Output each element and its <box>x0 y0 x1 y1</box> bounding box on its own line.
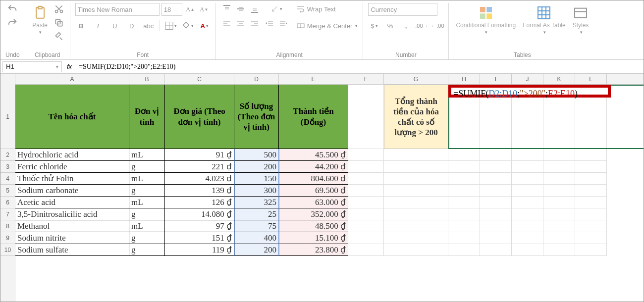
increase-font-button[interactable]: A▲ <box>184 3 196 15</box>
number-format-select[interactable] <box>368 3 437 16</box>
align-bottom-button[interactable] <box>249 3 261 15</box>
row-header[interactable]: 6 <box>0 197 15 208</box>
cell[interactable] <box>575 220 607 232</box>
conditional-formatting-button[interactable]: Conditional Formatting▾ <box>454 3 518 37</box>
styles-button[interactable]: Styles▾ <box>571 3 591 37</box>
comma-button[interactable]: , <box>400 20 412 32</box>
cell[interactable] <box>448 173 480 185</box>
cell[interactable]: mL <box>129 220 165 232</box>
cell[interactable] <box>384 220 448 232</box>
cell[interactable] <box>448 244 480 256</box>
cell[interactable]: 15.100 ₫ <box>279 232 348 244</box>
cell[interactable] <box>543 232 575 244</box>
strikethrough-button[interactable]: abc <box>143 20 155 32</box>
cell[interactable]: g <box>129 208 165 220</box>
name-box[interactable]: H1 ▾ <box>2 61 62 72</box>
cell[interactable] <box>512 232 543 244</box>
col-header[interactable]: G <box>384 74 448 84</box>
cell[interactable]: 400 <box>234 232 279 244</box>
cell[interactable]: g <box>129 185 165 197</box>
cell[interactable]: 25 <box>234 208 279 220</box>
cell[interactable]: 325 <box>234 197 279 208</box>
cell[interactable] <box>512 220 543 232</box>
row-header[interactable]: 1 <box>0 85 15 149</box>
row-header[interactable]: 4 <box>0 173 15 185</box>
align-top-button[interactable] <box>221 3 233 15</box>
col-header[interactable]: B <box>129 74 165 84</box>
cell[interactable] <box>348 220 384 232</box>
cell[interactable]: 3,5-Dinitrosalicilic acid <box>15 208 129 220</box>
cell[interactable] <box>384 149 448 161</box>
cell[interactable]: =SUMIF(D2:D10;">200";E2:E10) <box>448 85 480 149</box>
cell[interactable] <box>448 208 480 220</box>
cell[interactable] <box>348 85 384 149</box>
decrease-indent-button[interactable] <box>264 18 275 30</box>
cell[interactable]: 14.080 ₫ <box>165 208 234 220</box>
cell[interactable]: mL <box>129 173 165 185</box>
cell[interactable] <box>512 185 543 197</box>
col-header[interactable]: A <box>15 74 129 84</box>
cell[interactable] <box>348 197 384 208</box>
cell[interactable]: 48.500 ₫ <box>279 220 348 232</box>
cell[interactable] <box>348 173 384 185</box>
table-header[interactable]: Số lượng (Theo đơn vị tính) <box>234 85 279 149</box>
table-header[interactable]: Thành tiền (Đồng) <box>279 85 348 149</box>
wrap-text-button[interactable]: Wrap Text <box>296 3 336 15</box>
cell[interactable] <box>384 244 448 256</box>
cell[interactable] <box>480 208 512 220</box>
cell[interactable]: 23.800 ₫ <box>279 244 348 256</box>
cell[interactable] <box>384 161 448 173</box>
table-header[interactable]: Đơn giá (Theo đơn vị tính) <box>165 85 234 149</box>
cell[interactable] <box>543 161 575 173</box>
orientation-button[interactable]: ▾ <box>270 3 282 15</box>
row-header[interactable]: 9 <box>0 232 15 244</box>
cell[interactable] <box>348 208 384 220</box>
format-painter-button[interactable] <box>53 31 65 43</box>
cell[interactable] <box>448 232 480 244</box>
cell[interactable]: Sodium sulfate <box>15 244 129 256</box>
cell[interactable] <box>575 173 607 185</box>
cell[interactable] <box>575 149 607 161</box>
align-middle-button[interactable] <box>235 3 247 15</box>
cell[interactable]: 126 ₫ <box>165 197 234 208</box>
cell[interactable]: Hydrochloric acid <box>15 149 129 161</box>
increase-decimal-button[interactable]: .00→ <box>416 20 428 32</box>
cell[interactable] <box>480 185 512 197</box>
cell[interactable] <box>512 208 543 220</box>
cell[interactable] <box>512 149 543 161</box>
col-header[interactable]: F <box>348 74 384 84</box>
formula-input[interactable] <box>77 61 642 72</box>
cell[interactable] <box>575 232 607 244</box>
cell[interactable] <box>512 161 543 173</box>
undo-button[interactable] <box>6 3 18 15</box>
cell[interactable] <box>575 197 607 208</box>
cell[interactable]: 119 ₫ <box>165 244 234 256</box>
merge-center-button[interactable]: Merge & Center▾ <box>296 20 358 32</box>
col-header[interactable]: E <box>279 74 348 84</box>
font-name-select[interactable] <box>75 3 160 16</box>
cell[interactable] <box>384 208 448 220</box>
row-header[interactable]: 5 <box>0 185 15 197</box>
cell[interactable] <box>480 220 512 232</box>
redo-button[interactable] <box>6 17 18 29</box>
cut-button[interactable] <box>53 3 65 15</box>
cell[interactable]: 151 ₫ <box>165 232 234 244</box>
cell[interactable]: 352.000 ₫ <box>279 208 348 220</box>
cell[interactable] <box>543 197 575 208</box>
cell[interactable] <box>512 197 543 208</box>
cell[interactable]: Methanol <box>15 220 129 232</box>
col-header[interactable]: I <box>480 74 512 84</box>
cell[interactable] <box>448 185 480 197</box>
cell[interactable] <box>480 161 512 173</box>
table-header[interactable]: Đơn vị tính <box>129 85 165 149</box>
row-header[interactable]: 3 <box>0 161 15 173</box>
cell[interactable] <box>575 244 607 256</box>
row-header[interactable]: 8 <box>0 220 15 232</box>
col-header[interactable]: C <box>165 74 234 84</box>
cell[interactable] <box>348 161 384 173</box>
row-header[interactable]: 7 <box>0 208 15 220</box>
cell[interactable] <box>480 149 512 161</box>
cell[interactable] <box>512 173 543 185</box>
cell[interactable]: 221 ₫ <box>165 161 234 173</box>
copy-button[interactable] <box>53 17 65 29</box>
